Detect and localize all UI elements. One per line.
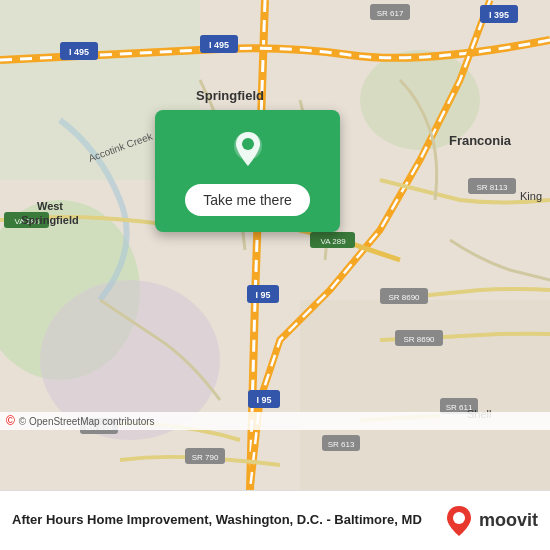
svg-text:VA 289: VA 289	[320, 237, 346, 246]
svg-text:West: West	[37, 200, 63, 212]
bottom-bar: After Hours Home Improvement, Washington…	[0, 490, 550, 550]
svg-text:Franconia: Franconia	[449, 133, 512, 148]
svg-text:SR 617: SR 617	[377, 9, 404, 18]
location-pin-icon	[226, 128, 270, 172]
popup-card: Take me there	[155, 110, 340, 232]
location-title: After Hours Home Improvement, Washington…	[12, 512, 435, 529]
svg-text:Springfield: Springfield	[21, 214, 78, 226]
svg-text:SR 8113: SR 8113	[476, 183, 508, 192]
attribution-text: © OpenStreetMap contributors	[19, 416, 155, 427]
svg-point-46	[242, 138, 254, 150]
svg-rect-5	[300, 300, 550, 490]
svg-text:SR 613: SR 613	[328, 440, 355, 449]
svg-text:King: King	[520, 190, 542, 202]
svg-text:I 395: I 395	[489, 10, 509, 20]
moovit-pin-icon	[445, 505, 473, 537]
svg-point-47	[453, 512, 465, 524]
svg-text:SR 8690: SR 8690	[388, 293, 420, 302]
map-container: I 495 I 495 I 95 I 95 I 395 SR 617 VA 28…	[0, 0, 550, 490]
svg-text:I 95: I 95	[256, 395, 271, 405]
svg-text:Springfield: Springfield	[196, 88, 264, 103]
moovit-text: moovit	[479, 510, 538, 531]
svg-text:I 495: I 495	[209, 40, 229, 50]
osm-icon: ©	[6, 414, 15, 428]
svg-text:SR 790: SR 790	[192, 453, 219, 462]
attribution-bar: © © OpenStreetMap contributors	[0, 412, 550, 430]
svg-text:SR 8690: SR 8690	[403, 335, 435, 344]
svg-text:I 95: I 95	[255, 290, 270, 300]
take-me-there-button[interactable]: Take me there	[185, 184, 310, 216]
svg-text:I 495: I 495	[69, 47, 89, 57]
moovit-logo: moovit	[445, 505, 538, 537]
